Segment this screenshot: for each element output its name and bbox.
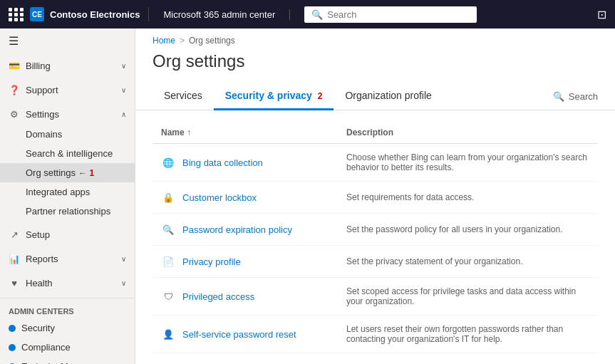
row-desc-text: Set the privacy statement of your organi… — [346, 256, 589, 266]
sidebar-item-org-settings[interactable]: Org settings ← 1 — [0, 163, 135, 182]
row-name-text: Bing data collection — [182, 157, 263, 168]
chevron-down-icon: ∨ — [121, 255, 126, 263]
sidebar-item-integrated-apps[interactable]: Integrated apps — [0, 182, 135, 202]
table-row[interactable]: 📄 Privacy profile Set the privacy statem… — [153, 246, 598, 278]
nav-reports: 📊 Reports ∨ — [0, 246, 135, 271]
row-desc-text: Choose whether Bing can learn from your … — [346, 152, 589, 172]
sidebar-item-support[interactable]: ❓ Support ∨ — [0, 79, 135, 100]
self-service-icon: 👤 — [161, 327, 175, 341]
nav-setup: ↗ Setup — [0, 222, 135, 246]
row-desc-text: Let users reset their own forgotten pass… — [346, 324, 589, 344]
sidebar-item-compliance[interactable]: Compliance — [0, 338, 135, 357]
security-dot-icon — [9, 325, 16, 332]
admin-centers-header: Admin centers — [0, 301, 135, 318]
breadcrumb-current: Org settings — [189, 36, 235, 46]
setup-icon: ↗ — [9, 229, 20, 240]
chevron-down-icon: ∨ — [121, 62, 126, 70]
chevron-up-icon: ∧ — [121, 110, 126, 118]
table-row[interactable]: 🔒 Customer lockbox Set requirements for … — [153, 182, 598, 214]
compliance-dot-icon — [9, 344, 16, 351]
breadcrumb: Home > Org settings — [135, 28, 615, 48]
search-input[interactable] — [327, 9, 470, 20]
row-name-text: Privileged access — [182, 291, 254, 302]
chevron-down-icon: ∨ — [121, 86, 126, 94]
search-icon: 🔍 — [311, 9, 323, 20]
col-desc-header: Description — [346, 128, 589, 137]
tab-search-icon: 🔍 — [553, 91, 564, 102]
app-grid-icon[interactable] — [9, 8, 24, 21]
table-header: Name ↑ Description — [153, 122, 598, 144]
tab-search-label: Search — [569, 91, 598, 102]
billing-icon: 💳 — [9, 60, 20, 71]
sidebar-item-health[interactable]: ♥ Health ∨ — [0, 272, 135, 293]
tab-org-profile[interactable]: Organization profile — [334, 83, 443, 110]
nav-billing: 💳 Billing ∨ — [0, 53, 135, 78]
row-desc-text: Set the password policy for all users in… — [346, 224, 589, 234]
brand-logo: CE — [30, 7, 44, 21]
page-title: Org settings — [135, 48, 615, 83]
sidebar-divider — [0, 298, 135, 298]
nav-settings: ⚙ Settings ∧ Domains Search & intelligen… — [0, 102, 135, 222]
reports-icon: 📊 — [9, 253, 20, 264]
nav-health: ♥ Health ∨ — [0, 271, 135, 295]
sidebar-item-setup[interactable]: ↗ Setup — [0, 224, 135, 245]
table-row[interactable]: ↔ Sharing 3 Control access for people ou… — [153, 353, 598, 364]
topbar-right: ⊡ — [597, 8, 615, 21]
sidebar: ☰ 💳 Billing ∨ ❓ Support ∨ ⚙ Settings ∧ — [0, 0, 135, 364]
breadcrumb-separator: > — [180, 36, 185, 46]
row-desc-text: Set scoped access for privilege tasks an… — [346, 286, 589, 306]
annotation-arrow1: ← 1 — [78, 168, 94, 178]
row-name-text: Privacy profile — [182, 256, 241, 267]
window-icon[interactable]: ⊡ — [597, 8, 606, 21]
sidebar-item-billing[interactable]: 💳 Billing ∨ — [0, 55, 135, 76]
sidebar-item-settings[interactable]: ⚙ Settings ∧ — [0, 103, 135, 125]
sidebar-item-domains[interactable]: Domains — [0, 125, 135, 144]
sidebar-item-reports[interactable]: 📊 Reports ∨ — [0, 248, 135, 269]
sidebar-item-partner-relationships[interactable]: Partner relationships — [0, 202, 135, 221]
settings-icon: ⚙ — [9, 108, 20, 120]
privileged-icon: 🛡 — [161, 289, 175, 303]
col-name-header: Name ↑ — [161, 128, 346, 137]
app-title: Microsoft 365 admin center — [149, 9, 290, 20]
nav-support: ❓ Support ∨ — [0, 78, 135, 102]
row-name-text: Self-service password reset — [182, 329, 296, 340]
row-desc-text: Set requirements for data access. — [346, 192, 589, 202]
table-row[interactable]: 🛡 Privileged access Set scoped access fo… — [153, 278, 598, 316]
brand-name: Contoso Electronics — [50, 9, 140, 20]
main-content: Home > Org settings Org settings Service… — [135, 0, 615, 364]
password-icon: 🔍 — [161, 222, 175, 236]
chevron-down-icon: ∨ — [121, 279, 126, 287]
brand-area: CE Contoso Electronics — [0, 7, 149, 21]
tabs-bar: Services Security & privacy 2 Organizati… — [135, 83, 615, 110]
tab-services[interactable]: Services — [153, 83, 214, 110]
breadcrumb-home[interactable]: Home — [153, 36, 175, 46]
search-box[interactable]: 🔍 — [304, 6, 477, 23]
tab-security-privacy[interactable]: Security & privacy 2 — [214, 83, 334, 110]
settings-table: Name ↑ Description 🌐 Bing data collectio… — [135, 110, 615, 364]
support-icon: ❓ — [9, 84, 20, 95]
sidebar-item-security[interactable]: Security — [0, 318, 135, 338]
hamburger-button[interactable]: ☰ — [0, 28, 135, 53]
sidebar-item-endpoint-manager[interactable]: Endpoint Manager — [0, 357, 135, 364]
lockbox-icon: 🔒 — [161, 190, 175, 204]
privacy-icon: 📄 — [161, 254, 175, 269]
tab-search-area[interactable]: 🔍 Search — [553, 91, 598, 102]
health-icon: ♥ — [9, 277, 20, 288]
table-row[interactable]: 🔍 Password expiration policy Set the pas… — [153, 214, 598, 246]
bing-icon: 🌐 — [161, 155, 175, 170]
row-name-text: Customer lockbox — [182, 192, 257, 203]
sidebar-item-search-intelligence[interactable]: Search & intelligence — [0, 144, 135, 163]
table-row[interactable]: 👤 Self-service password reset Let users … — [153, 316, 598, 353]
row-name-text: Password expiration policy — [182, 224, 292, 235]
table-row[interactable]: 🌐 Bing data collection Choose whether Bi… — [153, 144, 598, 182]
topbar: CE Contoso Electronics Microsoft 365 adm… — [0, 0, 615, 28]
annotation-2: 2 — [318, 91, 323, 101]
